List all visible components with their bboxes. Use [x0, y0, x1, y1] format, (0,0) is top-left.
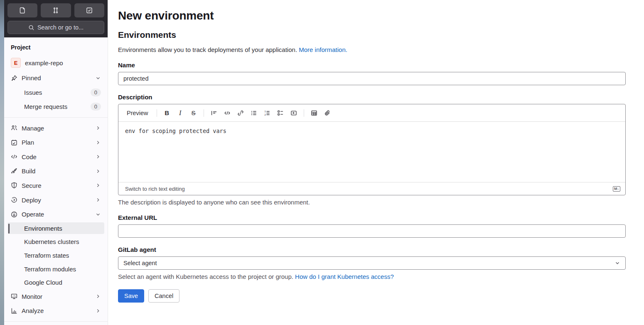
operate-label: Operate [22, 211, 91, 218]
chevron-right-icon [95, 154, 101, 160]
save-button[interactable]: Save [118, 289, 144, 303]
name-label: Name [118, 62, 626, 69]
kubernetes-clusters-label: Kubernetes clusters [24, 238, 101, 245]
project-name: example-repo [25, 59, 101, 66]
sidebar: Search or go to... Project E example-rep… [4, 0, 108, 325]
intro-text-body: Environments allow you to track deployme… [118, 46, 297, 53]
chevron-right-icon [95, 140, 101, 145]
sidebar-item-secure[interactable]: Secure [7, 179, 104, 192]
code-block-icon [224, 110, 231, 116]
chevron-right-icon [95, 168, 101, 174]
form-actions: Save Cancel [118, 289, 626, 303]
bold-button[interactable]: B [161, 107, 173, 119]
search-input[interactable]: Search or go to... [7, 21, 104, 34]
attach-file-button[interactable] [322, 107, 333, 119]
sidebar-item-code[interactable]: Code [7, 150, 104, 163]
sidebar-item-operate[interactable]: Operate [7, 208, 104, 221]
analyze-label: Analyze [22, 307, 91, 314]
code-icon [11, 153, 17, 160]
description-label: Description [118, 94, 626, 101]
chevron-right-icon [95, 293, 101, 299]
collapsible-section-icon [290, 110, 297, 116]
switch-rich-text-link[interactable]: Switch to rich text editing [125, 186, 185, 192]
merge-requests-shortcut-button[interactable] [41, 3, 71, 17]
cancel-button[interactable]: Cancel [148, 289, 179, 303]
toolbar-divider [304, 109, 304, 117]
sidebar-item-project[interactable]: E example-repo [7, 56, 104, 70]
numbered-list-icon: 1 2 [264, 110, 270, 116]
link-icon [237, 110, 244, 116]
table-icon [311, 110, 317, 116]
strikethrough-icon: S [192, 109, 196, 116]
deploy-icon [11, 197, 17, 203]
editor-footer: Switch to rich text editing M↓ [118, 182, 625, 195]
sidebar-item-analyze[interactable]: Analyze [7, 305, 104, 318]
gitlab-agent-label: GitLab agent [118, 246, 626, 253]
task-list-icon [277, 110, 284, 116]
sidebar-item-environments[interactable]: Environments [7, 222, 104, 234]
environments-label: Environments [24, 225, 101, 232]
section-title: Environments [118, 30, 626, 40]
preview-tab[interactable]: Preview [123, 107, 152, 119]
merge-requests-label: Merge requests [24, 103, 86, 110]
toolbar-divider [157, 109, 157, 117]
sidebar-item-manage[interactable]: Manage [7, 122, 104, 135]
paperclip-icon [324, 110, 331, 116]
issues-shortcut-button[interactable] [7, 3, 37, 17]
bullet-list-button[interactable] [248, 107, 260, 119]
strikethrough-button[interactable]: S [188, 107, 199, 119]
description-textarea[interactable]: env for scoping protected vars [118, 122, 625, 182]
project-avatar: E [11, 58, 21, 68]
table-button[interactable] [308, 107, 320, 119]
more-information-link[interactable]: More information. [299, 46, 347, 53]
terraform-modules-label: Terraform modules [24, 266, 101, 273]
sidebar-section-label: Project [4, 41, 108, 55]
italic-button[interactable]: I [175, 107, 186, 119]
code-block-button[interactable] [221, 107, 233, 119]
markdown-icon[interactable]: M↓ [613, 186, 620, 192]
page-title: New environment [118, 9, 626, 22]
intro-text: Environments allow you to track deployme… [118, 46, 626, 53]
external-url-input[interactable] [118, 224, 626, 238]
svg-text:2: 2 [264, 113, 266, 116]
terraform-states-label: Terraform states [24, 252, 101, 259]
sidebar-item-google-cloud[interactable]: Google Cloud [7, 276, 104, 288]
pin-icon [11, 75, 17, 81]
sidebar-item-terraform-modules[interactable]: Terraform modules [7, 263, 104, 275]
issues-count-badge: 0 [91, 89, 101, 96]
kubernetes-access-link[interactable]: How do I grant Kubernetes access? [295, 273, 394, 280]
chart-icon [11, 308, 17, 314]
todo-list-shortcut-button[interactable] [74, 3, 104, 17]
collapsible-section-button[interactable] [288, 107, 300, 119]
todo-check-icon [86, 7, 93, 14]
sidebar-item-build[interactable]: Build [7, 165, 104, 178]
sidebar-item-deploy[interactable]: Deploy [7, 194, 104, 207]
sidebar-item-pinned[interactable]: Pinned [7, 71, 104, 84]
heading-button[interactable] [208, 107, 220, 119]
svg-text:1: 1 [264, 110, 266, 113]
numbered-list-button[interactable]: 1 2 [261, 107, 273, 119]
toolbar-divider [204, 109, 204, 117]
sidebar-item-terraform-states[interactable]: Terraform states [7, 249, 104, 261]
sidebar-item-merge-requests[interactable]: Merge requests 0 [7, 100, 104, 113]
desktop-edge [0, 0, 4, 325]
build-label: Build [22, 167, 91, 175]
description-editor: Preview B I S [118, 104, 626, 195]
task-list-button[interactable] [275, 107, 286, 119]
sidebar-item-issues[interactable]: Issues 0 [7, 86, 104, 99]
heading-icon [211, 110, 217, 116]
editor-toolbar: Preview B I S [118, 104, 625, 122]
name-input[interactable] [118, 72, 626, 85]
link-button[interactable] [235, 107, 246, 119]
shield-icon [11, 182, 17, 189]
sidebar-body: Project E example-repo Pinned Issues 0 M… [4, 37, 108, 325]
sidebar-item-kubernetes-clusters[interactable]: Kubernetes clusters [7, 236, 104, 248]
sidebar-item-plan[interactable]: Plan [7, 136, 104, 149]
deploy-label: Deploy [22, 197, 91, 204]
chevron-down-icon [95, 212, 101, 217]
sidebar-divider [4, 321, 108, 322]
issues-icon [19, 7, 26, 14]
sidebar-item-monitor[interactable]: Monitor [7, 290, 104, 303]
monitor-label: Monitor [22, 293, 91, 300]
agent-select[interactable]: Select agent [118, 256, 626, 270]
